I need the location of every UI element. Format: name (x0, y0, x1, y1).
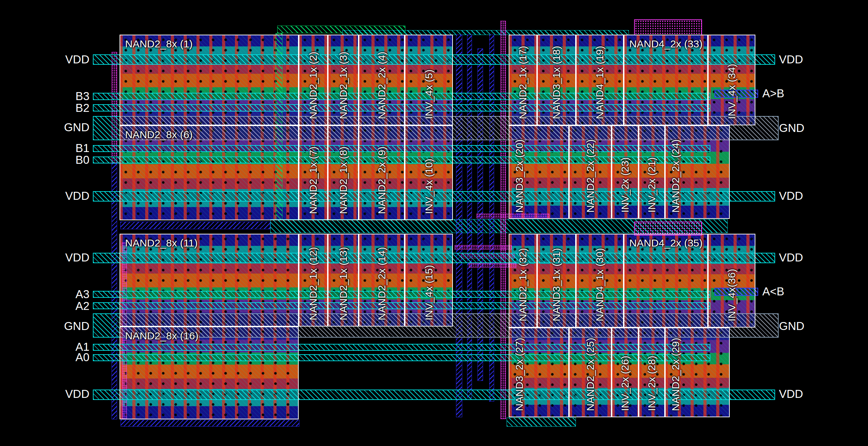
pin-label-left-4-b1: B1 (0, 142, 89, 155)
blue-wire-6[interactable] (120, 222, 270, 229)
rail-b0-6[interactable] (93, 157, 710, 163)
layout-canvas[interactable]: NAND2_8x (1)NAND2_1x (2)NAND2_1x (3)NAND… (0, 0, 868, 446)
cell-label-nand2-2x-22: NAND2_2x (22) (585, 139, 596, 213)
rail-vdd-8[interactable] (93, 253, 775, 263)
teal-wire-19[interactable] (507, 418, 576, 427)
rail-b3-1[interactable] (93, 93, 710, 100)
cell-label-nand4-2x-33: NAND4_2x (33) (629, 38, 703, 50)
rail-gnd-12[interactable] (120, 313, 779, 338)
cell-label-nand2-2x-9: NAND2_2x (9) (376, 146, 388, 214)
cell-label-inv-4x-36: INV_4x(36) (726, 269, 738, 321)
pin-label-right-4-vdd: VDD (779, 251, 803, 264)
rail-vdd-0[interactable] (93, 54, 775, 65)
layout-viewer: NAND2_8x (1)NAND2_1x (2)NAND2_1x (3)NAND… (0, 0, 868, 446)
rail-a3-9[interactable] (93, 291, 710, 298)
cell-label-inv-2x-28: INV_2x (28) (646, 356, 658, 411)
cell-label-nand2-1x-7: NAND2_1x (7) (307, 146, 319, 214)
pin-label-right-6-gnd: GND (779, 320, 804, 333)
cell-label-inv-4x-10: INV_4x (10) (423, 159, 435, 214)
blue-wire-20[interactable] (121, 420, 299, 427)
cell-label-nand2-1x-12: NAND2_1x (12) (307, 247, 319, 320)
rail-a2-10[interactable] (93, 302, 710, 309)
cell-label-nand2-8x-11: NAND2_8x (11) (125, 237, 198, 249)
cell-label-nand2-2x-29: NAND2_2x (29) (670, 338, 682, 411)
rail-b1-5[interactable] (93, 145, 710, 152)
pin-label-left-13-vdd: VDD (0, 387, 89, 401)
pin-label-left-7-vdd: VDD (0, 251, 89, 264)
cell-label-inv-4x-15: INV_4x (15) (423, 265, 435, 320)
cell-label-nand3-1x-18: NAND3_1x (18) (551, 46, 562, 119)
rail-gnd-4[interactable] (120, 116, 779, 140)
cell-label-nand4-1x-30: NAND4_1x (30) (594, 248, 606, 321)
cell-label-nand2-1x-2: NAND2_1x (2) (307, 52, 319, 119)
cell-label-nand2-1x-13: NAND2_1x (13) (337, 247, 349, 320)
pin-label-left-1-b3: B3 (0, 90, 89, 103)
pin-label-left-9-a2: A2 (0, 300, 89, 313)
rail-gnd-3[interactable] (93, 116, 120, 140)
rail-a0-14[interactable] (93, 354, 710, 361)
cell-label-nand2-1x-17: NAND2_1x (17) (517, 46, 529, 119)
pin-label-left-5-b0: B0 (0, 153, 89, 167)
cell-label-nand4-1x-19: NAND4_1x (19) (594, 46, 606, 119)
pin-label-right-0-vdd: VDD (779, 53, 803, 66)
magenta-wire-16[interactable] (469, 263, 516, 268)
pin-label-left-2-b2: B2 (0, 101, 89, 115)
cell-label-nand3-1x-31: NAND3_1x (31) (551, 248, 562, 321)
pin-label-left-12-a0: A0 (0, 351, 89, 364)
pin-label-left-3-gnd: GND (0, 121, 89, 134)
cell-label-nand2-2x-4: NAND2_2x (4) (376, 52, 388, 119)
magenta-wire-18[interactable] (634, 222, 702, 235)
magenta-wire-13[interactable] (476, 214, 549, 218)
cell-label-nand2-1x-8: NAND2_1x (8) (337, 146, 349, 214)
rail-gnd-11[interactable] (93, 313, 120, 338)
magenta-wire-14[interactable] (455, 245, 512, 250)
rail-b2-2[interactable] (93, 104, 710, 112)
cell-label-inv-2x-26: INV_2x (26) (619, 356, 631, 411)
cell-label-inv-4x-5: INV_4x (5) (423, 70, 435, 119)
pin-label-left-6-vdd: VDD (0, 189, 89, 203)
pin-label-left-0-vdd: VDD (0, 53, 89, 66)
cell-label-inv-2x-23: INV_2x (23) (619, 157, 631, 213)
cell-label-nand2-2x-25: NAND2_2x (25) (585, 338, 596, 411)
cell-label-inv-2x-21: INV_2x (21) (646, 157, 658, 213)
pin-label-right-2-gnd: GND (779, 122, 804, 135)
pin-label-left-8-a3: A3 (0, 288, 89, 301)
cell-label-nand2-1x-32: NAND2_1x (32) (517, 248, 529, 321)
cell-label-nand2-8x-16: NAND2_8x (16) (125, 330, 199, 342)
pin-label-right-1-a-b: A>B (762, 87, 784, 100)
pin-label-left-10-gnd: GND (0, 320, 89, 333)
cell-label-nand2-2x-24: NAND2_2x (24) (670, 139, 682, 213)
cell-label-nand2-8x-1: NAND2_8x (1) (125, 38, 193, 50)
cell-label-nand2-1x-3: NAND2_1x (3) (337, 52, 349, 119)
cell-label-nand2-8x-6: NAND2_8x (6) (125, 129, 193, 141)
cell-label-nand3-2x-27: NAND3_2x (27) (514, 338, 525, 411)
magenta-wire-17[interactable] (634, 19, 702, 35)
cell-label-nand4-2x-35: NAND4_2x (35) (629, 237, 703, 249)
teal-wire-4[interactable] (342, 30, 629, 35)
rail-a1-13[interactable] (93, 344, 710, 351)
pin-label-right-5-a-b: A<B (762, 285, 784, 298)
cell-label-inv-4x-34: INV_4x (34) (726, 64, 738, 119)
pin-label-right-7-vdd: VDD (779, 387, 803, 401)
cell-label-nand3-2x-20: NAND3_2x (20) (514, 139, 525, 213)
cell-label-nand2-2x-14: NAND2_2x (14) (376, 247, 388, 320)
pin-label-right-3-vdd: VDD (779, 189, 803, 203)
